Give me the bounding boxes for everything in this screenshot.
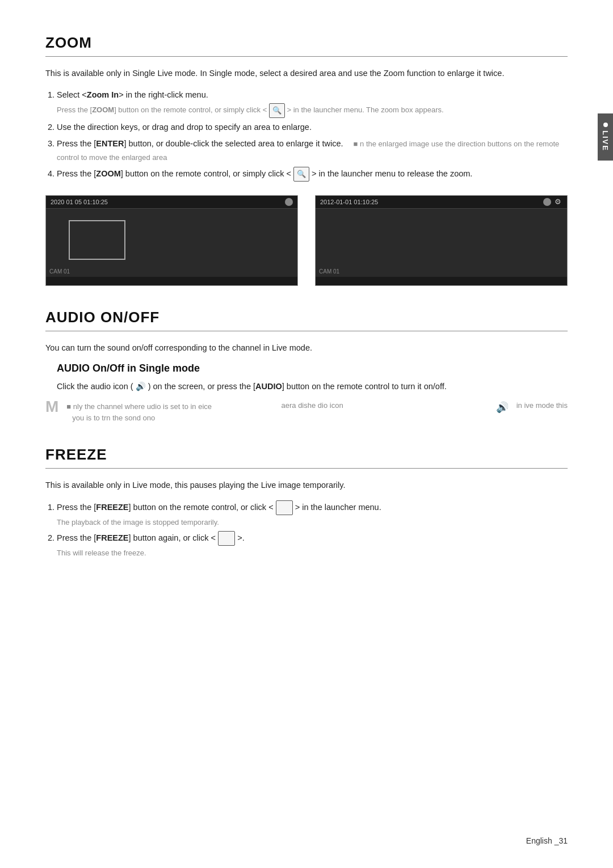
zoom-divider xyxy=(45,56,568,57)
zoom-icon-btn2: 🔍 xyxy=(293,167,309,182)
page-number: English _31 xyxy=(526,836,568,845)
audio-section: AUDIO ON/OFF You can turn the sound on/o… xyxy=(45,309,568,423)
cam2-body: CAM 01 xyxy=(316,209,567,277)
audio-title: AUDIO ON/OFF xyxy=(45,309,568,326)
zoom-selection-box xyxy=(69,220,125,260)
audio-note-right: in ive mode this xyxy=(517,401,568,410)
zoom-steps: Select <Zoom In> in the right-click menu… xyxy=(45,88,568,182)
audio-m-letter: M xyxy=(45,399,58,415)
page-footer: English _31 xyxy=(526,836,568,845)
camera-previews: 2020 01 05 01:10:25 CAM 01 2012-01-01 01… xyxy=(45,195,568,286)
audio-note-middle: aera dishe dio icon xyxy=(282,401,488,410)
freeze-btn-2 xyxy=(218,531,235,546)
zoom-section: ZOOM This is available only in Single Li… xyxy=(45,34,568,286)
zoom-title: ZOOM xyxy=(45,34,568,52)
live-dot xyxy=(603,123,608,127)
zoom-icon-btn: 🔍 xyxy=(269,103,285,118)
live-tab-label: LIVE xyxy=(601,130,610,151)
audio-icon-inline: 🔊 xyxy=(136,382,146,391)
freeze-section: FREEZE This is available only in Live mo… xyxy=(45,446,568,559)
audio-divider xyxy=(45,331,568,331)
camera-preview-1: 2020 01 05 01:10:25 CAM 01 xyxy=(45,195,298,286)
zoom-intro: This is available only in Single Live mo… xyxy=(45,67,568,80)
freeze-intro: This is available only in Live mode, thi… xyxy=(45,479,568,492)
cam2-header: 2012-01-01 01:10:25 ⚙ xyxy=(316,196,567,209)
freeze-divider xyxy=(45,468,568,469)
freeze-step-2: Press the [FREEZE] button again, or clic… xyxy=(57,531,568,559)
audio-note-sub: you is to trn the sond ono xyxy=(72,414,155,422)
zoom-step-2-text: Use the direction keys, or drag and drop… xyxy=(57,123,312,132)
audio-speaker-icon: 🔊 xyxy=(496,401,509,414)
cam1-body: CAM 01 xyxy=(46,209,297,277)
cam2-timestamp: 2012-01-01 01:10:25 xyxy=(320,199,378,205)
zoom-step-1: Select <Zoom In> in the right-click menu… xyxy=(57,88,568,118)
zoom-step-4-text: Press the [ZOOM] button on the remote co… xyxy=(57,169,472,178)
cam1-label: CAM 01 xyxy=(49,268,70,275)
live-tab: LIVE xyxy=(598,113,613,161)
zoom-step-2: Use the direction keys, or drag and drop… xyxy=(57,120,568,134)
freeze-btn-1 xyxy=(276,500,293,515)
audio-sub-title: AUDIO On/Off in Single mode xyxy=(57,363,568,374)
zoom-step-1-text: Select <Zoom In> in the right-click menu… xyxy=(57,90,208,99)
freeze-step-1-text: Press the [FREEZE] button on the remote … xyxy=(57,503,381,512)
freeze-steps: Press the [FREEZE] button on the remote … xyxy=(45,500,568,560)
zoom-step-1-note: Press the [ZOOM] button on the remote co… xyxy=(57,103,568,118)
cam2-person-icon xyxy=(543,198,551,206)
cam1-timestamp: 2020 01 05 01:10:25 xyxy=(51,199,108,205)
freeze-step-1: Press the [FREEZE] button on the remote … xyxy=(57,500,568,529)
zoom-step-3: Press the [ENTER] button, or double-clic… xyxy=(57,137,568,165)
cam2-gear-icon: ⚙ xyxy=(555,198,562,206)
zoom-step-4: Press the [ZOOM] button on the remote co… xyxy=(57,167,568,182)
audio-sub-intro: Click the audio icon ( 🔊 ) on the screen… xyxy=(57,380,568,393)
cam1-person-icon xyxy=(285,198,293,206)
freeze-step-2-note: This will release the freeze. xyxy=(57,547,568,559)
freeze-step-2-text: Press the [FREEZE] button again, or clic… xyxy=(57,533,245,542)
freeze-step-1-note: The playback of the image is stopped tem… xyxy=(57,516,568,529)
audio-intro: You can turn the sound on/off correspond… xyxy=(45,342,568,355)
audio-note-bullet: ■ nly the channel where udio is set to i… xyxy=(66,402,212,411)
cam2-label: CAM 01 xyxy=(319,268,339,275)
cam1-icons xyxy=(285,198,293,206)
cam1-header: 2020 01 05 01:10:25 xyxy=(46,196,297,209)
audio-note-text: ■ nly the channel where udio is set to i… xyxy=(66,401,273,423)
camera-preview-2: 2012-01-01 01:10:25 ⚙ CAM 01 xyxy=(315,195,568,286)
audio-note-row: M ■ nly the channel where udio is set to… xyxy=(45,401,568,423)
cam2-icons: ⚙ xyxy=(543,198,562,206)
freeze-title: FREEZE xyxy=(45,446,568,464)
zoom-step-3-text: Press the [ENTER] button, or double-clic… xyxy=(57,139,343,148)
